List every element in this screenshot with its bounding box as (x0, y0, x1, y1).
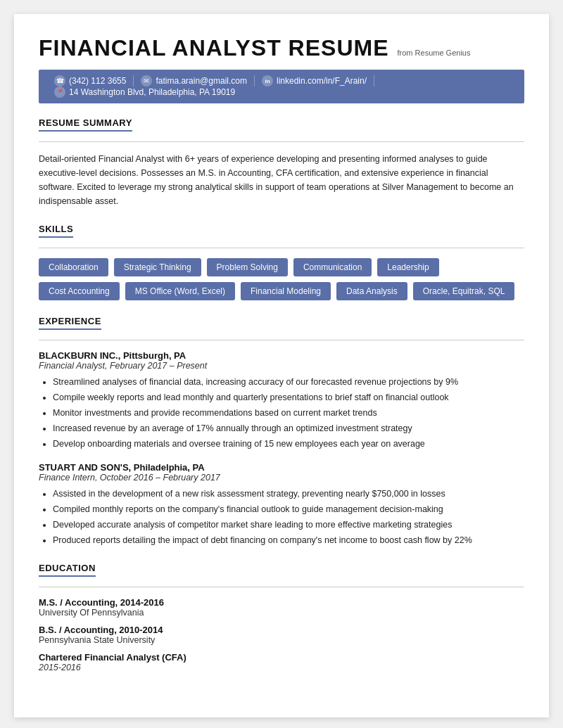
edu-school: Pennsylvania State University (39, 635, 524, 645)
summary-divider (39, 141, 524, 142)
edu-years: 2015-2016 (39, 663, 524, 672)
skill-badge: Financial Modeling (241, 282, 331, 300)
education-entry: B.S. / Accounting, 2010-2014Pennsylvania… (39, 625, 524, 645)
skill-badge: Oracle, Equitrak, SQL (413, 282, 515, 300)
exp-company: BLACKBURN INC., Pittsburgh, PA (39, 350, 524, 361)
skills-section: SKILLS CollaborationStrategic ThinkingPr… (39, 222, 524, 300)
education-entry: Chartered Financial Analyst (CFA)2015-20… (39, 652, 524, 672)
exp-title: Finance Intern, October 2016 – February … (39, 473, 524, 483)
education-entries: M.S. / Accounting, 2014-2016University O… (39, 597, 524, 672)
phone-icon: ☎ (54, 75, 65, 87)
skill-badge: MS Office (Word, Excel) (125, 282, 235, 300)
contact-bar: ☎ (342) 112 3655 ✉ fatima.arain@gmail.co… (39, 70, 524, 103)
list-item: Compiled monthly reports on the company'… (53, 502, 524, 516)
skill-badge: Leadership (377, 258, 438, 276)
list-item: Produced reports detailing the impact of… (53, 533, 524, 547)
skills-divider (39, 248, 524, 248)
skills-grid: CollaborationStrategic ThinkingProblem S… (39, 258, 524, 300)
email-icon: ✉ (141, 75, 152, 87)
edu-degree: B.S. / Accounting, 2010-2014 (39, 625, 524, 635)
exp-bullets: Streamlined analyses of financial data, … (39, 375, 524, 451)
location-icon: 📍 (54, 87, 65, 98)
summary-section: RESUME SUMMARY Detail-oriented Financial… (39, 116, 524, 208)
experience-section: EXPERIENCE BLACKBURN INC., Pittsburgh, P… (39, 314, 524, 547)
contact-address: 📍 14 Washington Blvd, Philadelphia, PA 1… (47, 87, 242, 98)
skill-badge: Communication (293, 258, 372, 276)
skills-title: SKILLS (39, 224, 73, 238)
summary-title: RESUME SUMMARY (39, 117, 132, 132)
exp-title: Financial Analyst, February 2017 – Prese… (39, 361, 524, 371)
experience-entries: BLACKBURN INC., Pittsburgh, PAFinancial … (39, 350, 524, 547)
contact-phone: ☎ (342) 112 3655 (47, 75, 134, 87)
skill-badge: Cost Accounting (39, 282, 120, 300)
skill-badge: Data Analysis (336, 282, 407, 300)
resume-source: from Resume Genius (398, 49, 471, 57)
summary-text: Detail-oriented Financial Analyst with 6… (39, 152, 524, 208)
edu-degree: M.S. / Accounting, 2014-2016 (39, 597, 524, 608)
skill-badge: Strategic Thinking (114, 258, 201, 276)
list-item: Develop onboarding materials and oversee… (53, 437, 524, 451)
experience-entry: STUART AND SON'S, Philadelphia, PAFinanc… (39, 462, 524, 547)
linkedin-icon: in (262, 75, 273, 87)
header: FINANCIAL ANALYST RESUME from Resume Gen… (39, 35, 524, 61)
contact-email: ✉ fatima.arain@gmail.com (134, 75, 255, 87)
list-item: Developed accurate analysis of competito… (53, 518, 524, 532)
experience-title: EXPERIENCE (39, 316, 101, 330)
edu-degree: Chartered Financial Analyst (CFA) (39, 652, 524, 663)
skill-badge: Problem Solving (207, 258, 288, 276)
resume-title: FINANCIAL ANALYST RESUME (39, 35, 389, 61)
list-item: Increased revenue by an average of 17% a… (53, 421, 524, 435)
list-item: Streamlined analyses of financial data, … (53, 375, 524, 389)
list-item: Compile weekly reports and lead monthly … (53, 390, 524, 404)
list-item: Monitor investments and provide recommen… (53, 406, 524, 420)
exp-company: STUART AND SON'S, Philadelphia, PA (39, 462, 524, 473)
edu-school: University Of Pennsylvania (39, 608, 524, 618)
experience-divider (39, 340, 524, 340)
resume-container: FINANCIAL ANALYST RESUME from Resume Gen… (14, 14, 549, 717)
education-divider (39, 587, 524, 587)
contact-linkedin: in linkedin.com/in/F_Arain/ (255, 75, 374, 87)
skill-badge: Collaboration (39, 258, 108, 276)
education-section: EDUCATION M.S. / Accounting, 2014-2016Un… (39, 561, 524, 672)
education-title: EDUCATION (39, 563, 96, 577)
experience-entry: BLACKBURN INC., Pittsburgh, PAFinancial … (39, 350, 524, 451)
list-item: Assisted in the development of a new ris… (53, 487, 524, 501)
exp-bullets: Assisted in the development of a new ris… (39, 487, 524, 547)
education-entry: M.S. / Accounting, 2014-2016University O… (39, 597, 524, 618)
